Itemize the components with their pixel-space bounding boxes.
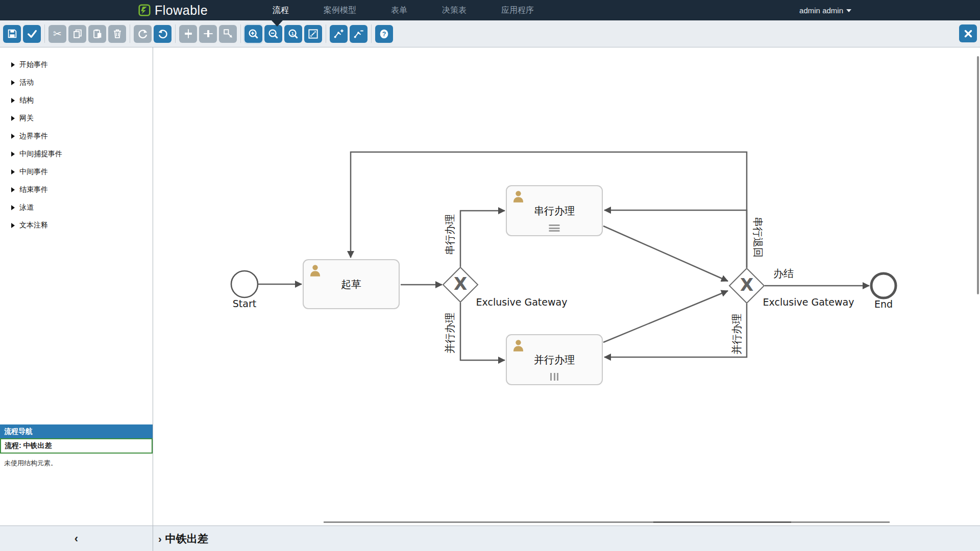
- palette-group-boundary-events[interactable]: 边界事件: [0, 127, 153, 145]
- task-label: 并行办理: [534, 353, 575, 367]
- end-event-circle[interactable]: [871, 273, 896, 298]
- chevron-right-icon: [11, 80, 15, 85]
- edge-label-parallel-flow: 并行办理: [443, 313, 457, 354]
- palette-group-activities[interactable]: 活动: [0, 73, 153, 91]
- brand-name: Flowable: [155, 3, 208, 18]
- chevron-right-icon: [11, 205, 15, 210]
- palette-group-swimlanes[interactable]: 泳道: [0, 198, 153, 216]
- process-navigator-panel: 流程导航 流程: 中铁出差 未使用结构元素。: [0, 424, 153, 468]
- caret-down-icon: [846, 9, 851, 12]
- toolbar-separator: [44, 24, 45, 43]
- footer-bar: ‹ › 中铁出差: [0, 525, 980, 551]
- svg-text:?: ?: [382, 30, 386, 37]
- palette-group-text-annotation[interactable]: 文本注释: [0, 216, 153, 234]
- remove-bendpoint-button[interactable]: [350, 25, 368, 43]
- flow-gateway1-to-parallel[interactable]: [460, 303, 505, 360]
- palette-list: 开始事件 活动 结构 网关 边界事件 中间捕捉事件 中间事件 结束事件 泳道: [0, 47, 153, 234]
- zoom-actual-icon: 1: [287, 28, 299, 40]
- align-horizontal-icon: [203, 28, 214, 39]
- remove-bendpoint-icon: [353, 28, 364, 39]
- chevron-right-icon: [11, 169, 15, 174]
- flow-gateway2-back-to-parallel[interactable]: [604, 304, 747, 357]
- palette-group-intermediate-events[interactable]: 中间事件: [0, 163, 153, 181]
- zoom-out-button[interactable]: [264, 25, 282, 43]
- flow-gateway1-to-serial[interactable]: [460, 211, 505, 267]
- user-menu[interactable]: admin admin: [799, 0, 851, 20]
- flowable-logo-icon: [138, 4, 151, 17]
- flow-gateway2-back-to-serial[interactable]: [604, 210, 747, 268]
- zoom-fit-button[interactable]: [304, 25, 322, 43]
- flow-parallel-to-gateway2[interactable]: [603, 291, 728, 342]
- palette-group-structural[interactable]: 结构: [0, 91, 153, 109]
- shape-palette: 开始事件 活动 结构 网关 边界事件 中间捕捉事件 中间事件 结束事件 泳道: [0, 47, 153, 525]
- paste-button[interactable]: [88, 25, 106, 43]
- flowable-brand[interactable]: Flowable: [138, 0, 208, 20]
- zoom-in-button[interactable]: [244, 25, 262, 43]
- copy-button[interactable]: [68, 25, 86, 43]
- palette-group-gateways[interactable]: 网关: [0, 109, 153, 127]
- tab-decision-tables[interactable]: 决策表: [425, 0, 484, 20]
- footer-breadcrumb: › 中铁出差: [158, 526, 208, 551]
- chevron-right-icon: [11, 187, 15, 192]
- undo-button[interactable]: [154, 25, 172, 43]
- close-icon: [963, 28, 974, 39]
- scissors-icon: ✂: [53, 29, 62, 39]
- canvas-horizontal-scrollbar[interactable]: [324, 521, 890, 523]
- gateway2-x-marker[interactable]: X: [740, 274, 753, 295]
- footer-left-cell: ‹: [0, 526, 153, 551]
- end-event-label: End: [874, 298, 893, 310]
- toolbar-separator: [371, 24, 372, 43]
- align-vertical-button[interactable]: [179, 25, 197, 43]
- tab-processes[interactable]: 流程: [255, 0, 306, 20]
- user-task-serial[interactable]: 串行办理: [506, 185, 603, 236]
- tab-case-models[interactable]: 案例模型: [306, 0, 374, 20]
- svg-text:1: 1: [291, 30, 294, 36]
- save-button[interactable]: [3, 25, 21, 43]
- user-icon: [511, 190, 525, 204]
- task-label: 串行办理: [534, 204, 575, 218]
- add-bendpoint-icon: [333, 28, 345, 39]
- zoom-actual-button[interactable]: 1: [284, 25, 302, 43]
- sequential-multiinstance-icon: [549, 223, 560, 232]
- start-event-circle[interactable]: [231, 271, 258, 297]
- chevron-right-icon: [11, 152, 15, 157]
- palette-group-intermediate-catching-events[interactable]: 中间捕捉事件: [0, 145, 153, 163]
- validate-button[interactable]: [23, 25, 41, 43]
- redo-button[interactable]: [134, 25, 152, 43]
- tab-apps[interactable]: 应用程序: [484, 0, 551, 20]
- user-task-draft[interactable]: 起草: [303, 259, 400, 309]
- same-size-button[interactable]: [219, 25, 237, 43]
- zoom-in-icon: [248, 28, 259, 40]
- process-title: 中铁出差: [165, 532, 208, 546]
- help-button[interactable]: ?: [375, 25, 393, 43]
- edge-label-finish: 办结: [773, 267, 794, 281]
- tab-forms[interactable]: 表单: [374, 0, 425, 20]
- user-task-parallel[interactable]: 并行办理: [506, 334, 603, 385]
- palette-group-start-events[interactable]: 开始事件: [0, 56, 153, 73]
- navigator-selected-process[interactable]: 流程: 中铁出差: [0, 438, 153, 454]
- zoom-fit-icon: [307, 28, 319, 40]
- collapse-palette-button[interactable]: ‹: [75, 533, 78, 544]
- add-bendpoint-button[interactable]: [330, 25, 348, 43]
- canvas-vertical-scrollbar[interactable]: [977, 56, 979, 294]
- save-icon: [7, 28, 18, 39]
- diagram-canvas[interactable]: X X 起草 串行办理 并行办理 Start End Exclusive Gat…: [153, 47, 980, 525]
- palette-group-label: 文本注释: [19, 221, 48, 230]
- palette-group-label: 中间捕捉事件: [19, 149, 62, 159]
- palette-group-end-events[interactable]: 结束事件: [0, 181, 153, 198]
- cut-button[interactable]: ✂: [48, 25, 66, 43]
- close-editor-button[interactable]: [959, 24, 977, 42]
- diagram-edges-layer: [153, 47, 980, 525]
- flow-serial-to-gateway2[interactable]: [603, 226, 728, 281]
- align-horizontal-button[interactable]: [199, 25, 217, 43]
- delete-button[interactable]: [108, 25, 126, 43]
- palette-group-label: 结束事件: [19, 185, 48, 194]
- palette-group-label: 泳道: [19, 203, 34, 212]
- gateway1-x-marker[interactable]: X: [454, 273, 467, 294]
- palette-group-label: 网关: [19, 114, 34, 123]
- toolbar-separator: [130, 24, 130, 43]
- editor-toolbar: ✂: [0, 20, 980, 47]
- active-tab-pointer: [272, 20, 283, 27]
- chevron-right-icon: [11, 62, 15, 67]
- edge-label-parallel-return: 并行办理: [730, 314, 744, 355]
